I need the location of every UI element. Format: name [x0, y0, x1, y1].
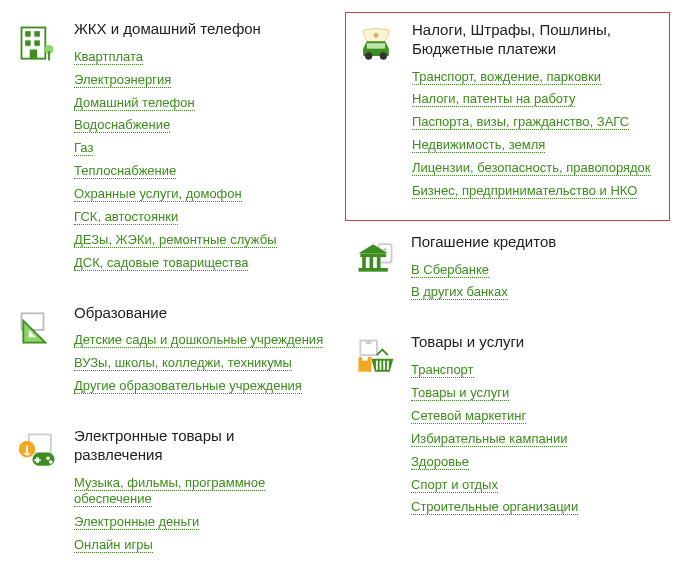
link-item[interactable]: Детские сады и дошкольные учреждения	[74, 332, 323, 348]
link-item[interactable]: Здоровье	[411, 454, 469, 470]
category-utilities: ЖКХ и домашний телефон Квартплата Электр…	[8, 12, 333, 292]
svg-rect-24	[377, 257, 381, 268]
category-content: Электронные товары и развлечения Музыка,…	[74, 427, 327, 560]
link-item[interactable]: Другие образовательные учреждения	[74, 378, 302, 394]
building-icon	[14, 20, 62, 68]
shopping-basket-icon	[351, 333, 399, 381]
svg-rect-29	[362, 357, 368, 361]
category-content: Погашение кредитов В Сбербанке В других …	[411, 233, 664, 308]
category-title: Погашение кредитов	[411, 233, 664, 252]
link-item[interactable]: ГСК, автостоянки	[74, 209, 178, 225]
bank-icon	[351, 233, 399, 281]
svg-rect-16	[367, 43, 385, 49]
category-grid: ЖКХ и домашний телефон Квартплата Электр…	[8, 12, 670, 578]
car-emblem-icon	[352, 21, 400, 69]
svg-point-15	[49, 460, 53, 464]
link-item[interactable]: В других банках	[411, 284, 508, 300]
link-item[interactable]: Теплоснабжение	[74, 163, 176, 179]
category-title: ЖКХ и домашний телефон	[74, 20, 327, 39]
svg-rect-21	[360, 253, 386, 257]
svg-rect-23	[370, 257, 374, 268]
category-links: Транспорт, вождение, парковки Налоги, па…	[412, 69, 663, 200]
category-title: Налоги, Штрафы, Пошлины, Бюджетные плате…	[412, 21, 663, 59]
link-item[interactable]: Электроэнергия	[74, 72, 171, 88]
link-item[interactable]: Спорт и отдых	[411, 477, 498, 493]
svg-rect-27	[366, 341, 372, 345]
column-right: Налоги, Штрафы, Пошлины, Бюджетные плате…	[345, 12, 670, 578]
category-links: Транспорт Товары и услуги Сетевой маркет…	[411, 362, 664, 516]
category-education: Образование Детские сады и дошкольные уч…	[8, 296, 333, 415]
svg-rect-3	[25, 40, 31, 46]
link-item[interactable]: Транспорт	[411, 362, 474, 378]
category-links: Музыка, фильмы, программное обеспечение …	[74, 475, 327, 555]
link-item[interactable]: Налоги, патенты на работу	[412, 91, 575, 107]
link-item[interactable]: Недвижимость, земля	[412, 137, 545, 153]
svg-rect-1	[25, 31, 31, 37]
ruler-triangle-icon	[14, 304, 62, 352]
link-item[interactable]: Транспорт, вождение, парковки	[412, 69, 601, 85]
category-links: Квартплата Электроэнергия Домашний телеф…	[74, 49, 327, 272]
svg-rect-4	[34, 40, 40, 46]
category-goods: Товары и услуги Транспорт Товары и услуг…	[345, 325, 670, 536]
link-item[interactable]: Сетевой маркетинг	[411, 408, 526, 424]
svg-rect-7	[48, 51, 50, 60]
link-item[interactable]: Товары и услуги	[411, 385, 509, 401]
svg-rect-2	[34, 31, 40, 37]
category-title: Электронные товары и развлечения	[74, 427, 327, 465]
link-item[interactable]: Водоснабжение	[74, 117, 170, 133]
svg-point-18	[380, 52, 387, 59]
link-item[interactable]: Паспорта, визы, гражданство, ЗАГС	[412, 114, 629, 130]
svg-rect-5	[30, 50, 37, 59]
svg-point-14	[46, 457, 50, 461]
column-left: ЖКХ и домашний телефон Квартплата Электр…	[8, 12, 333, 578]
category-content: Товары и услуги Транспорт Товары и услуг…	[411, 333, 664, 522]
category-content: Образование Детские сады и дошкольные уч…	[74, 304, 327, 401]
link-item[interactable]: Газ	[74, 140, 93, 156]
svg-point-17	[365, 52, 372, 59]
link-item[interactable]: Бизнес, предпринимательство и НКО	[412, 183, 637, 199]
link-item[interactable]: Онлайн игры	[74, 537, 153, 553]
category-loans: Погашение кредитов В Сбербанке В других …	[345, 225, 670, 322]
svg-rect-13	[34, 459, 40, 461]
category-content: Налоги, Штрафы, Пошлины, Бюджетные плате…	[412, 21, 663, 206]
link-item[interactable]: Квартплата	[74, 49, 143, 65]
category-links: В Сбербанке В других банках	[411, 262, 664, 302]
link-item[interactable]: Музыка, фильмы, программное обеспечение	[74, 475, 265, 508]
gamepad-music-icon	[14, 427, 62, 475]
link-item[interactable]: ДЕЗы, ЖЭКи, ремонтные службы	[74, 232, 277, 248]
category-links: Детские сады и дошкольные учреждения ВУЗ…	[74, 332, 327, 395]
category-content: ЖКХ и домашний телефон Квартплата Электр…	[74, 20, 327, 278]
link-item[interactable]: ДСК, садовые товарищества	[74, 255, 248, 271]
link-item[interactable]: Строительные организации	[411, 499, 578, 515]
category-taxes: Налоги, Штрафы, Пошлины, Бюджетные плате…	[345, 12, 670, 221]
link-item[interactable]: ВУЗы, школы, колледжи, техникумы	[74, 355, 292, 371]
link-item[interactable]: Лицензии, безопасность, правопорядок	[412, 160, 651, 176]
svg-rect-25	[359, 268, 388, 272]
link-item[interactable]: В Сбербанке	[411, 262, 489, 278]
svg-rect-22	[362, 257, 366, 268]
link-item[interactable]: Домашний телефон	[74, 95, 195, 111]
link-item[interactable]: Электронные деньги	[74, 514, 199, 530]
link-item[interactable]: Охранные услуги, домофон	[74, 186, 242, 202]
category-title: Товары и услуги	[411, 333, 664, 352]
category-entertainment: Электронные товары и развлечения Музыка,…	[8, 419, 333, 574]
link-item[interactable]: Избирательные кампании	[411, 431, 567, 447]
category-title: Образование	[74, 304, 327, 323]
